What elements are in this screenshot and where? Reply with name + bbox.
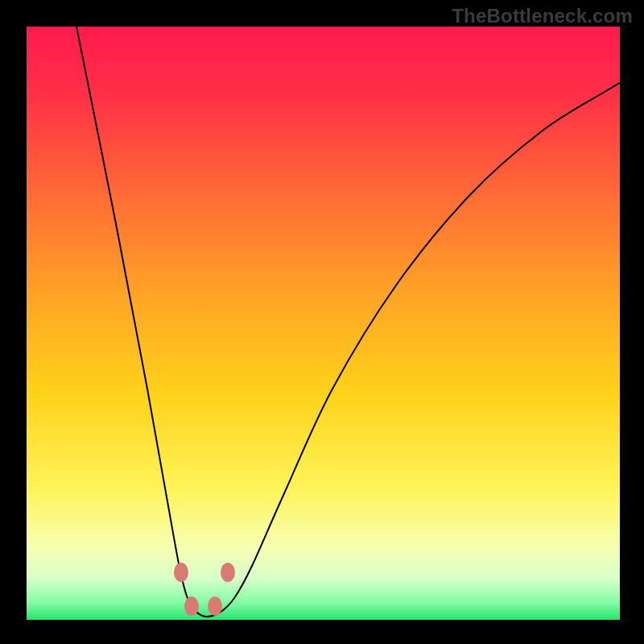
curve-marker	[208, 597, 222, 616]
curve-marker	[221, 563, 235, 582]
plot-area	[27, 27, 620, 620]
gradient-background	[27, 27, 620, 620]
chart-frame: TheBottleneck.com	[0, 0, 644, 644]
watermark-text: TheBottleneck.com	[452, 5, 633, 27]
curve-marker	[174, 563, 188, 582]
plot-svg	[27, 27, 620, 620]
curve-marker	[184, 597, 199, 616]
